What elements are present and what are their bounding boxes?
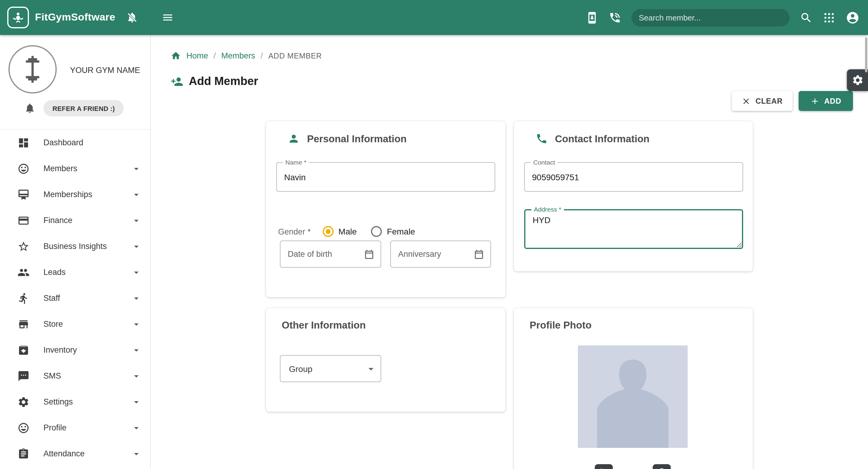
female-radio-label: Female — [387, 227, 415, 236]
chat-bubble-icon — [18, 370, 30, 382]
gym-logo-avatar — [8, 45, 57, 94]
breadcrumb-home[interactable]: Home — [186, 51, 208, 60]
smiley-icon — [18, 422, 30, 434]
address-input[interactable]: HYD — [525, 210, 742, 248]
sidebar-item-finance[interactable]: Finance — [0, 207, 150, 233]
gender-label: Gender * — [278, 227, 311, 236]
sidebar-item-leads[interactable]: Leads — [0, 259, 150, 285]
sidebar-item-label: Business Insights — [43, 242, 131, 251]
sidebar: YOUR GYM NAME REFER A FRIEND :) Dashboar… — [0, 35, 151, 469]
search-icon[interactable] — [800, 11, 812, 24]
card-header: Profile Photo — [530, 320, 591, 331]
scrollbar-thumb[interactable] — [865, 37, 867, 72]
home-icon[interactable] — [171, 51, 181, 61]
gender-row: Gender * Male Female — [278, 226, 430, 237]
chevron-down-icon — [131, 344, 142, 355]
personal-information-title: Personal Information — [307, 133, 407, 144]
account-circle-icon[interactable] — [846, 10, 860, 25]
profile-photo-card: Profile Photo — [514, 308, 753, 469]
membership-card-icon — [18, 189, 30, 200]
sidebar-item-settings[interactable]: Settings — [0, 389, 150, 415]
sidebar-item-label: Memberships — [43, 190, 131, 199]
add-button-label: ADD — [824, 97, 841, 105]
date-row: Date of birth Anniversary — [280, 240, 491, 268]
phone-in-talk-icon[interactable] — [609, 11, 621, 24]
refer-a-friend-button[interactable]: REFER A FRIEND :) — [43, 100, 124, 116]
sidebar-item-inventory[interactable]: Inventory — [0, 337, 150, 363]
sidebar-item-staff[interactable]: Staff — [0, 285, 150, 311]
person-add-icon — [171, 75, 183, 88]
quick-settings-button[interactable] — [847, 69, 868, 91]
topbar: FitGymSoftware — [0, 0, 868, 35]
contact-input[interactable] — [525, 163, 743, 191]
breadcrumb: Home / Members / ADD MEMBER — [171, 51, 322, 61]
chevron-down-icon — [131, 448, 142, 459]
sidebar-item-sms[interactable]: SMS — [0, 363, 150, 389]
phone-icon — [536, 133, 548, 145]
sidebar-item-members[interactable]: Members — [0, 156, 150, 181]
upload-photo-button[interactable] — [595, 464, 613, 469]
chevron-down-icon — [131, 422, 142, 433]
bell-icon — [24, 102, 36, 114]
address-label: Address * — [531, 206, 564, 213]
calendar-icon[interactable] — [364, 249, 375, 260]
other-information-title: Other Information — [282, 320, 366, 331]
contact-information-title: Contact Information — [555, 133, 650, 144]
male-radio-option[interactable]: Male — [323, 226, 357, 237]
name-field[interactable]: Name * — [276, 162, 495, 192]
female-radio[interactable] — [371, 226, 382, 237]
page-title: Add Member — [189, 75, 258, 88]
apps-grid-icon[interactable] — [823, 11, 835, 24]
add-button[interactable]: ADD — [799, 91, 853, 111]
sidebar-item-memberships[interactable]: Memberships — [0, 181, 150, 207]
clipboard-icon — [18, 447, 30, 460]
sidebar-item-profile[interactable]: Profile — [0, 415, 150, 441]
group-select[interactable]: Group — [280, 355, 381, 382]
menu-icon[interactable] — [162, 11, 174, 24]
sidebar-item-dashboard[interactable]: Dashboard — [0, 130, 150, 156]
profile-photo-title: Profile Photo — [530, 320, 591, 331]
date-of-birth-field[interactable]: Date of birth — [280, 240, 381, 268]
female-radio-option[interactable]: Female — [371, 226, 415, 237]
clear-button-label: CLEAR — [755, 97, 783, 105]
search-input[interactable] — [639, 13, 782, 22]
breadcrumb-separator: / — [214, 51, 216, 60]
sidebar-item-label: Finance — [43, 216, 131, 225]
calendar-icon[interactable] — [473, 249, 484, 260]
brand-area: FitGymSoftware — [0, 7, 151, 28]
sidebar-item-label: Inventory — [43, 345, 131, 355]
card-header: Personal Information — [288, 133, 407, 145]
contact-label: Contact — [531, 159, 557, 166]
chevron-down-icon — [131, 215, 142, 226]
notifications-off-icon[interactable] — [126, 11, 138, 24]
search-box[interactable] — [631, 9, 789, 26]
sidebar-item-store[interactable]: Store — [0, 311, 150, 337]
brand-title: FitGymSoftware — [35, 11, 115, 24]
clear-button[interactable]: CLEAR — [732, 91, 793, 111]
mobile-download-icon[interactable] — [586, 11, 598, 24]
chevron-down-icon — [131, 319, 142, 330]
sidebar-item-attendance[interactable]: Attendance — [0, 441, 150, 467]
breadcrumb-members[interactable]: Members — [221, 51, 255, 60]
sidebar-item-label: Profile — [43, 423, 131, 432]
anniversary-field[interactable]: Anniversary — [390, 240, 491, 268]
app-window: FitGymSoftware — [0, 0, 868, 469]
sidebar-item-business-insights[interactable]: Business Insights — [0, 233, 150, 259]
credit-card-icon — [18, 214, 30, 226]
close-icon — [742, 96, 751, 106]
chevron-down-icon — [131, 189, 142, 200]
other-information-card: Other Information Group — [266, 308, 505, 412]
male-radio[interactable] — [323, 226, 334, 237]
camera-button[interactable] — [653, 464, 671, 469]
contact-field[interactable]: Contact — [524, 162, 743, 192]
date-of-birth-placeholder: Date of birth — [288, 249, 332, 259]
dashboard-icon — [18, 137, 30, 148]
sidebar-item-label: SMS — [43, 371, 131, 380]
chevron-down-icon — [131, 370, 142, 381]
sidebar-item-label: Settings — [43, 397, 131, 406]
plus-icon — [810, 96, 820, 106]
name-input[interactable] — [277, 163, 495, 191]
address-field[interactable]: Address * HYD — [524, 209, 743, 249]
breadcrumb-separator: / — [260, 51, 263, 60]
dumbbell-icon — [19, 56, 46, 82]
